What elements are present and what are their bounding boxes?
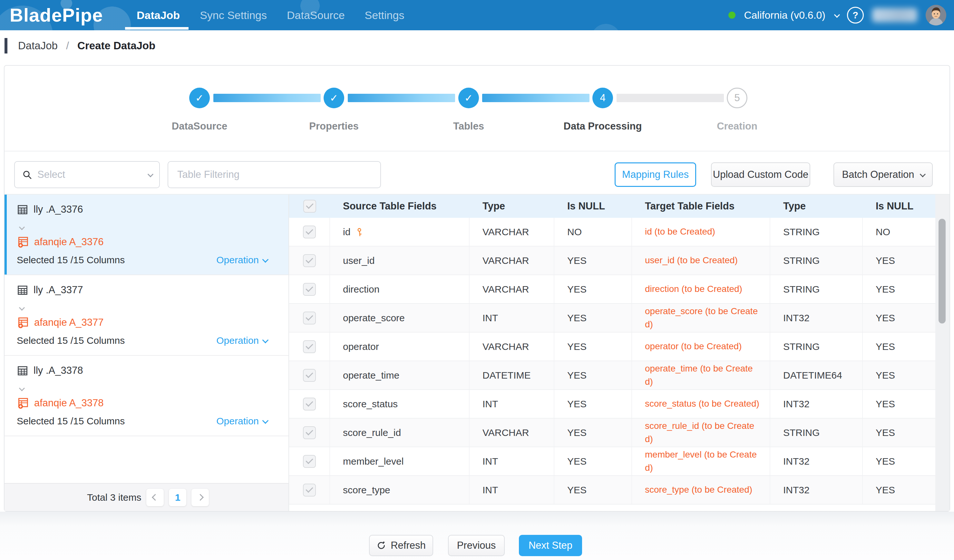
chevron-left-icon	[152, 494, 159, 501]
chevron-down-icon	[920, 171, 925, 177]
nav-tab[interactable]: DataSource	[287, 9, 345, 22]
source-field-type: INT	[469, 304, 554, 332]
pagination-prev-button[interactable]	[147, 489, 164, 506]
source-table-icon	[17, 284, 28, 296]
target-field-isnull: NO	[863, 218, 935, 246]
row-checkbox[interactable]	[303, 226, 316, 238]
next-step-button[interactable]: Next Step	[519, 535, 582, 556]
pagination-page-button[interactable]: 1	[169, 489, 186, 506]
nav-tab[interactable]: DataJob	[137, 9, 180, 22]
source-field-type: INT	[469, 476, 554, 504]
nav-tab[interactable]: Settings	[365, 9, 404, 22]
operation-dropdown-link[interactable]: Operation	[216, 255, 267, 266]
target-field-name: user_id (to be Created)	[632, 246, 770, 275]
row-checkbox[interactable]	[303, 340, 316, 353]
table-pair-item[interactable]: lly .A_3378 afanqie A_33	[5, 356, 288, 436]
search-icon	[22, 170, 32, 180]
batch-operation-button[interactable]: Batch Operation	[834, 162, 933, 187]
username-blurred	[872, 8, 917, 22]
source-field-isnull: YES	[554, 476, 632, 504]
mapping-rules-button[interactable]: Mapping Rules	[615, 162, 696, 187]
row-checkbox[interactable]	[303, 484, 316, 496]
source-table-name: lly .A_3378	[34, 365, 83, 376]
table-row: score_type INT YES score_type	[289, 476, 935, 505]
row-checkbox[interactable]	[303, 398, 316, 411]
chevron-down-icon[interactable]	[19, 385, 25, 391]
table-filter-input[interactable]	[168, 162, 380, 188]
nav-tab[interactable]: Sync Settings	[200, 9, 267, 22]
previous-button[interactable]: Previous	[448, 535, 505, 556]
operation-dropdown-link[interactable]: Operation	[216, 335, 267, 346]
target-field-type: DATETIME64	[770, 361, 863, 389]
select-placeholder: Select	[37, 169, 143, 180]
chevron-down-icon	[262, 418, 269, 424]
select-all-checkbox[interactable]	[303, 200, 316, 213]
target-field-type: STRING	[770, 275, 863, 303]
selected-columns-count: Selected 15 /15 Columns	[17, 416, 125, 426]
table-row: operate_time DATETIME YES oper	[289, 361, 935, 390]
table-row: user_id VARCHAR YES user_id (t	[289, 246, 935, 275]
selected-columns-count: Selected 15 /15 Columns	[17, 335, 125, 346]
source-field-name: score_status	[343, 398, 398, 409]
source-field-name: id	[343, 227, 350, 238]
scrollbar-thumb[interactable]	[938, 219, 946, 324]
table-pair-item[interactable]: lly .A_3377 afanqie A_33	[5, 275, 288, 356]
source-field-type: VARCHAR	[469, 418, 554, 446]
source-field-type: DATETIME	[469, 361, 554, 389]
environment-label[interactable]: California (v0.6.0)	[744, 9, 825, 21]
chevron-right-icon	[197, 494, 204, 501]
source-field-isnull: YES	[554, 246, 632, 275]
header-source-isnull: Is NULL	[554, 201, 632, 212]
source-field-isnull: YES	[554, 304, 632, 332]
refresh-icon	[376, 541, 386, 550]
breadcrumb-parent[interactable]: DataJob	[18, 40, 58, 52]
table-filter-field	[168, 161, 381, 188]
table-select-dropdown[interactable]: Select	[14, 161, 160, 188]
pagination-next-button[interactable]	[192, 489, 209, 506]
help-icon[interactable]: ?	[847, 7, 864, 23]
header-source-fields: Source Table Fields	[330, 201, 469, 212]
target-field-type: INT32	[770, 304, 863, 332]
row-checkbox[interactable]	[303, 311, 316, 325]
top-navbar: BladePipe DataJobSync SettingsDataSource…	[0, 0, 954, 30]
step-number: 5	[727, 88, 747, 108]
row-checkbox[interactable]	[303, 254, 316, 267]
upload-custom-code-button[interactable]: Upload Custom Code	[711, 162, 810, 187]
breadcrumb-separator: /	[66, 40, 69, 52]
left-panel-pagination: Total 3 items 1	[5, 483, 288, 511]
target-field-isnull: YES	[863, 390, 935, 418]
target-field-isnull: YES	[863, 333, 935, 361]
source-field-name: direction	[343, 284, 379, 295]
table-pair-item[interactable]: lly .A_3376 afanqie A_33	[5, 194, 288, 275]
footer-bar: Refresh Previous Next Step	[0, 512, 954, 560]
page-title: Create DataJob	[77, 40, 155, 52]
target-table-name: afanqie A_3378	[34, 397, 104, 409]
table-row: score_rule_id VARCHAR YES scor	[289, 418, 935, 447]
status-dot-icon	[728, 12, 736, 19]
source-table-icon	[17, 365, 28, 376]
chevron-down-icon[interactable]	[19, 224, 25, 230]
source-table-name: lly .A_3377	[34, 284, 83, 296]
target-field-name: score_status (to be Created)	[632, 390, 770, 418]
source-field-isnull: YES	[554, 361, 632, 389]
row-checkbox[interactable]	[303, 426, 316, 439]
breadcrumb: DataJob / Create DataJob	[0, 30, 954, 65]
source-field-name: score_type	[343, 485, 390, 496]
source-field-type: INT	[469, 447, 554, 475]
table-scrollbar	[935, 194, 949, 511]
target-field-isnull: YES	[863, 361, 935, 389]
operation-dropdown-link[interactable]: Operation	[216, 416, 267, 426]
refresh-button[interactable]: Refresh	[369, 535, 433, 556]
target-table-name: afanqie A_3376	[34, 236, 104, 248]
target-field-isnull: YES	[863, 476, 935, 504]
source-field-isnull: YES	[554, 390, 632, 418]
active-tab-underline	[125, 27, 189, 30]
avatar[interactable]	[926, 5, 946, 25]
chevron-down-icon[interactable]	[19, 305, 25, 311]
row-checkbox[interactable]	[303, 455, 316, 468]
row-checkbox[interactable]	[303, 369, 316, 382]
chevron-down-icon[interactable]	[834, 12, 840, 17]
table-row: id VARCHAR NO id (to be Create	[289, 218, 935, 246]
row-checkbox[interactable]	[303, 283, 316, 296]
header-target-fields: Target Table Fields	[632, 199, 770, 214]
